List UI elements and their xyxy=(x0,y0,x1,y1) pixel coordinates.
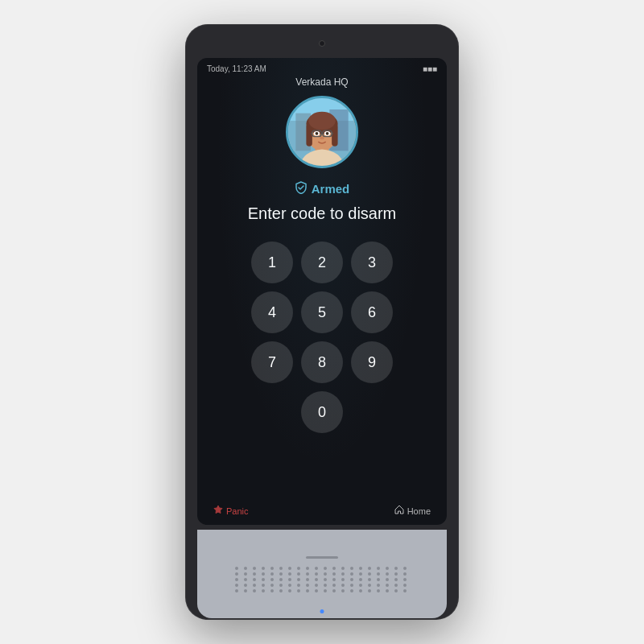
speaker-dot xyxy=(270,584,274,587)
speaker-dot xyxy=(332,584,336,587)
speaker-dot xyxy=(359,578,362,581)
speaker-dot xyxy=(324,567,327,570)
svg-point-9 xyxy=(308,112,336,130)
key-4[interactable]: 4 xyxy=(251,291,293,333)
speaker-dot xyxy=(306,572,309,576)
speaker-dot xyxy=(341,578,345,581)
keypad-grid: 1 2 3 4 5 6 7 8 9 xyxy=(251,242,393,383)
speaker-dot xyxy=(350,572,353,576)
speaker-dot xyxy=(403,567,407,570)
key-1[interactable]: 1 xyxy=(251,242,293,283)
speaker-dot xyxy=(324,584,327,587)
key-8[interactable]: 8 xyxy=(301,341,343,383)
speaker-dot xyxy=(297,572,300,576)
speaker-dot xyxy=(279,584,283,587)
speaker-dot xyxy=(297,584,300,587)
speaker-dot xyxy=(332,578,336,581)
speaker-dot xyxy=(332,572,336,576)
key-2[interactable]: 2 xyxy=(301,242,343,283)
speaker-top-line xyxy=(306,556,338,559)
svg-point-12 xyxy=(316,132,319,135)
speaker-dot xyxy=(386,578,389,581)
speaker-dot xyxy=(341,584,345,587)
location-label: Verkada HQ xyxy=(197,76,447,88)
speaker-grille-section xyxy=(197,530,447,618)
speaker-dot xyxy=(403,578,407,581)
speaker-dot xyxy=(332,589,336,592)
speaker-dot xyxy=(297,589,300,592)
speaker-dot xyxy=(279,578,283,581)
security-device: Today, 11:23 AM ■■■ Verkada HQ xyxy=(185,24,459,620)
speaker-dot xyxy=(394,589,398,592)
keypad-zero-row: 0 xyxy=(301,391,343,433)
screen-time: Today, 11:23 AM xyxy=(207,64,266,73)
key-5[interactable]: 5 xyxy=(301,291,343,333)
speaker-dot xyxy=(403,584,407,587)
speaker-dot xyxy=(350,567,353,570)
svg-point-13 xyxy=(326,132,329,135)
home-button[interactable]: Home xyxy=(394,505,431,517)
speaker-dot xyxy=(368,584,371,587)
screen-footer: Panic Home xyxy=(197,497,447,525)
speaker-dot xyxy=(368,578,371,581)
speaker-dot xyxy=(315,584,318,587)
led-indicator xyxy=(320,609,324,613)
speaker-grille xyxy=(227,567,418,592)
speaker-dot xyxy=(253,578,256,581)
speaker-dot xyxy=(262,578,265,581)
speaker-dot xyxy=(386,572,389,576)
panic-button[interactable]: Panic xyxy=(213,505,249,517)
speaker-dot xyxy=(244,567,247,570)
speaker-dot xyxy=(244,589,247,592)
speaker-dot xyxy=(359,567,362,570)
speaker-dot xyxy=(386,567,389,570)
speaker-dot xyxy=(235,572,238,576)
key-3[interactable]: 3 xyxy=(351,242,393,283)
speaker-dot xyxy=(368,567,371,570)
speaker-dot xyxy=(377,584,380,587)
speaker-dot xyxy=(386,584,389,587)
speaker-dot xyxy=(235,589,238,592)
disarm-prompt: Enter code to disarm xyxy=(248,203,397,224)
speaker-dot xyxy=(270,567,274,570)
speaker-dot xyxy=(262,589,265,592)
key-9[interactable]: 9 xyxy=(351,341,393,383)
speaker-dot xyxy=(359,572,362,576)
speaker-dot xyxy=(235,584,238,587)
speaker-dot xyxy=(306,589,309,592)
panic-label: Panic xyxy=(226,506,249,516)
speaker-dot xyxy=(394,584,398,587)
speaker-dot xyxy=(324,578,327,581)
shield-icon xyxy=(295,181,308,196)
speaker-dot xyxy=(403,572,407,576)
speaker-dot xyxy=(403,589,407,592)
speaker-dot xyxy=(288,584,291,587)
speaker-dot xyxy=(324,589,327,592)
speaker-dot xyxy=(394,578,398,581)
speaker-dot xyxy=(359,589,362,592)
speaker-dot xyxy=(315,572,318,576)
speaker-dot xyxy=(270,578,274,581)
key-0[interactable]: 0 xyxy=(301,391,343,433)
speaker-dot xyxy=(350,584,353,587)
speaker-dot xyxy=(341,589,345,592)
speaker-dot xyxy=(315,589,318,592)
home-label: Home xyxy=(407,506,431,516)
speaker-dot xyxy=(306,584,309,587)
speaker-dot xyxy=(386,589,389,592)
speaker-dot xyxy=(235,567,238,570)
speaker-dot xyxy=(341,567,345,570)
speaker-dot xyxy=(297,567,300,570)
key-7[interactable]: 7 xyxy=(251,341,293,383)
key-6[interactable]: 6 xyxy=(351,291,393,333)
speaker-dot xyxy=(394,567,398,570)
svg-point-19 xyxy=(320,137,324,140)
speaker-dot xyxy=(306,567,309,570)
speaker-dot xyxy=(288,578,291,581)
speaker-dot xyxy=(253,589,256,592)
speaker-dot xyxy=(288,572,291,576)
speaker-dot xyxy=(368,572,371,576)
speaker-dot xyxy=(279,572,283,576)
svg-rect-7 xyxy=(306,124,312,147)
speaker-dot xyxy=(279,567,283,570)
